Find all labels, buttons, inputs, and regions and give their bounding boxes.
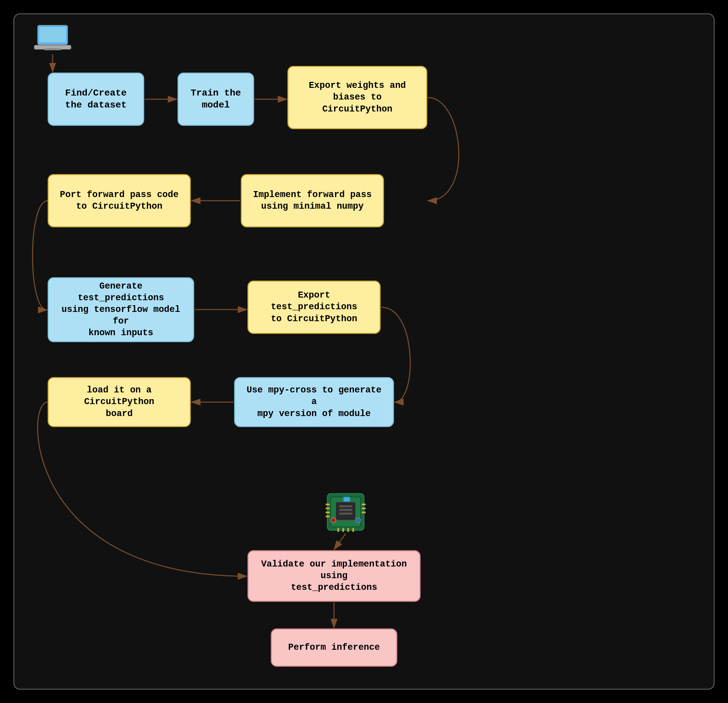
svg-rect-24 [343, 497, 350, 501]
svg-rect-8 [339, 509, 352, 511]
svg-rect-6 [336, 502, 356, 520]
svg-rect-9 [339, 513, 352, 514]
circuit-board-icon [324, 490, 367, 534]
mpy-cross-node: Use mpy-cross to generate ampy version o… [234, 377, 394, 427]
diagram-container: Find/Createthe dataset Train themodel Ex… [13, 13, 715, 690]
svg-rect-3 [44, 48, 61, 50]
find-dataset-node: Find/Createthe dataset [48, 72, 144, 126]
port-forward-node: Port forward pass codeto CircuitPython [48, 174, 191, 228]
svg-point-11 [332, 519, 335, 521]
generate-predictions-node: Generate test_predictionsusing tensorflo… [48, 277, 194, 342]
load-circuitpython-node: load it on a CircuitPythonboard [48, 377, 191, 427]
svg-rect-7 [339, 505, 352, 507]
perform-inference-node: Perform inference [271, 628, 397, 667]
train-model-node: Train themodel [178, 72, 254, 126]
implement-forward-node: Implement forward passusing minimal nump… [241, 174, 384, 228]
laptop-icon [33, 24, 72, 53]
svg-point-12 [355, 517, 361, 523]
svg-rect-1 [39, 27, 66, 42]
export-predictions-node: Export test_predictionsto CircuitPython [247, 281, 381, 334]
validate-node: Validate our implementation usingtest_pr… [247, 550, 420, 602]
export-weights-node: Export weights andbiases to CircuitPytho… [287, 66, 427, 129]
